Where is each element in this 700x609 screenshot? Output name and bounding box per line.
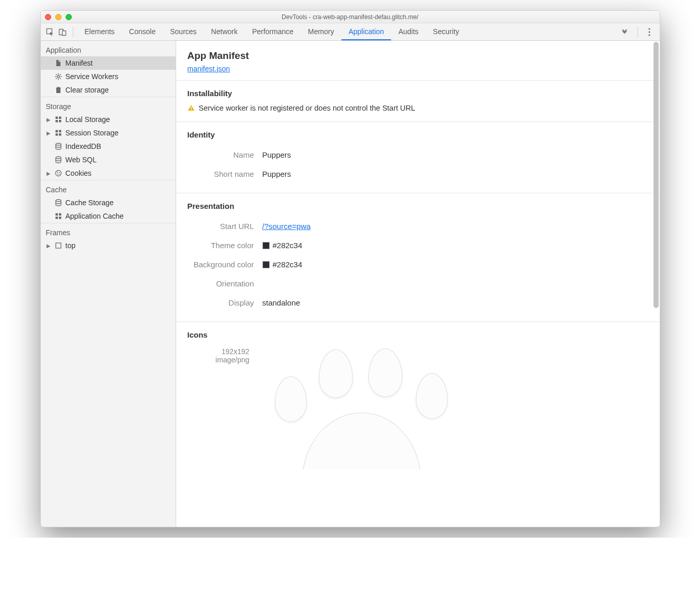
sidebar-item-clear-storage[interactable]: Clear storage — [41, 83, 176, 97]
identity-shortname-value: Puppers — [262, 170, 291, 178]
more-tabs-button[interactable] — [616, 28, 633, 36]
sidebar-item-indexeddb[interactable]: IndexedDB — [41, 140, 176, 153]
sidebar-item-application-cache[interactable]: Application Cache — [41, 209, 176, 223]
presentation-section: Presentation Start URL /?source=pwa Them… — [176, 193, 660, 322]
installability-title: Installability — [188, 89, 648, 98]
installability-warning-text: Service worker is not registered or does… — [199, 104, 415, 112]
sidebar-item-cache-storage[interactable]: Cache Storage — [41, 196, 176, 209]
tab-audits[interactable]: Audits — [391, 23, 426, 40]
starturl-link[interactable]: /?source=pwa — [262, 222, 311, 231]
file-icon — [54, 59, 63, 67]
toolbar-separator — [73, 27, 73, 37]
svg-rect-35 — [59, 214, 61, 216]
sidebar-item-service-workers[interactable]: Service Workers — [41, 70, 176, 83]
svg-line-11 — [56, 74, 57, 75]
svg-line-12 — [60, 78, 61, 79]
svg-point-27 — [56, 157, 61, 159]
svg-point-6 — [57, 75, 59, 78]
display-value: standalone — [262, 298, 300, 307]
tab-elements[interactable]: Elements — [77, 23, 122, 40]
manifest-header: App Manifest manifest.json — [176, 50, 660, 80]
tab-performance[interactable]: Performance — [245, 23, 301, 40]
identity-shortname-row: Short name Puppers — [188, 164, 648, 184]
traffic-lights — [45, 14, 72, 20]
themecolor-swatch — [262, 242, 270, 249]
themecolor-value: #282c34 — [273, 241, 303, 250]
device-toggle-icon[interactable] — [56, 26, 69, 38]
close-window-button[interactable] — [45, 14, 51, 20]
display-row: Display standalone — [188, 293, 648, 312]
svg-rect-37 — [59, 217, 61, 219]
panel-tabs: ElementsConsoleSourcesNetworkPerformance… — [77, 23, 616, 40]
database-icon — [54, 142, 63, 150]
sidebar-item-top[interactable]: ▶top — [41, 239, 176, 252]
sidebar-item-manifest[interactable]: Manifest — [41, 56, 176, 70]
display-label: Display — [188, 298, 262, 307]
settings-menu-button[interactable] — [642, 28, 657, 36]
manifest-title: App Manifest — [188, 50, 648, 62]
icons-body: 192x192 image/png — [188, 345, 648, 469]
bgcolor-row: Background color #282c34 — [188, 255, 648, 274]
scrollbar-thumb[interactable] — [654, 42, 659, 308]
sidebar-group-frames: Frames — [41, 223, 176, 239]
svg-rect-17 — [57, 87, 59, 88]
sidebar-item-label: Clear storage — [66, 86, 109, 94]
svg-rect-40 — [191, 110, 192, 111]
database-icon — [54, 156, 63, 164]
zoom-window-button[interactable] — [66, 14, 72, 20]
bgcolor-swatch — [262, 261, 270, 268]
starturl-row: Start URL /?source=pwa — [188, 217, 648, 236]
svg-rect-2 — [62, 31, 66, 35]
expand-arrow-icon: ▶ — [46, 117, 51, 123]
identity-name-value: Puppers — [262, 150, 291, 159]
orientation-label: Orientation — [188, 279, 262, 288]
sidebar-item-label: Session Storage — [66, 129, 119, 137]
svg-point-31 — [57, 174, 58, 175]
bgcolor-value: #282c34 — [273, 260, 303, 269]
svg-point-33 — [56, 200, 61, 202]
svg-rect-39 — [191, 107, 192, 109]
trash-icon — [54, 86, 63, 94]
svg-rect-20 — [55, 120, 58, 123]
sidebar-item-web-sql[interactable]: Web SQL — [41, 153, 176, 166]
icon-meta: 192x192 image/png — [188, 345, 250, 364]
tab-security[interactable]: Security — [426, 23, 466, 40]
manifest-link[interactable]: manifest.json — [188, 65, 230, 73]
icons-section: Icons 192x192 image/png — [176, 322, 660, 479]
tab-console[interactable]: Console — [122, 23, 163, 40]
expand-arrow-icon: ▶ — [46, 130, 51, 136]
tab-application[interactable]: Application — [341, 23, 392, 40]
expand-arrow-icon: ▶ — [46, 243, 51, 249]
presentation-title: Presentation — [188, 202, 648, 210]
tab-memory[interactable]: Memory — [301, 23, 341, 40]
toolbar-separator — [637, 27, 638, 37]
themecolor-row: Theme color #282c34 — [188, 236, 648, 255]
warning-icon — [188, 104, 195, 112]
svg-rect-36 — [55, 217, 58, 219]
main-toolbar: ElementsConsoleSourcesNetworkPerformance… — [41, 23, 660, 41]
svg-rect-19 — [59, 117, 61, 119]
icon-size: 192x192 — [188, 347, 250, 356]
inspect-element-icon[interactable] — [44, 26, 56, 38]
tab-network[interactable]: Network — [204, 23, 245, 40]
starturl-label: Start URL — [188, 222, 262, 231]
content-scrollbar[interactable] — [654, 42, 659, 526]
installability-warning: Service worker is not registered or does… — [188, 104, 648, 112]
tab-sources[interactable]: Sources — [163, 23, 204, 40]
installability-section: Installability Service worker is not reg… — [176, 80, 660, 121]
sidebar-group-application: Application — [41, 41, 176, 56]
svg-line-14 — [56, 78, 57, 79]
sidebar-item-cookies[interactable]: ▶Cookies — [41, 166, 176, 180]
grid-icon — [54, 129, 63, 137]
svg-point-29 — [57, 172, 58, 173]
svg-rect-23 — [59, 130, 61, 133]
svg-point-30 — [59, 172, 60, 173]
sidebar-item-label: Cookies — [66, 169, 92, 177]
titlebar: DevTools - cra-web-app-manifest-defau.gl… — [41, 11, 660, 23]
svg-rect-25 — [59, 133, 61, 136]
sidebar-item-local-storage[interactable]: ▶Local Storage — [41, 113, 176, 126]
sidebar-item-session-storage[interactable]: ▶Session Storage — [41, 126, 176, 140]
minimize-window-button[interactable] — [55, 14, 61, 20]
sidebar-group-storage: Storage — [41, 97, 176, 113]
sidebar-group-cache: Cache — [41, 180, 176, 196]
